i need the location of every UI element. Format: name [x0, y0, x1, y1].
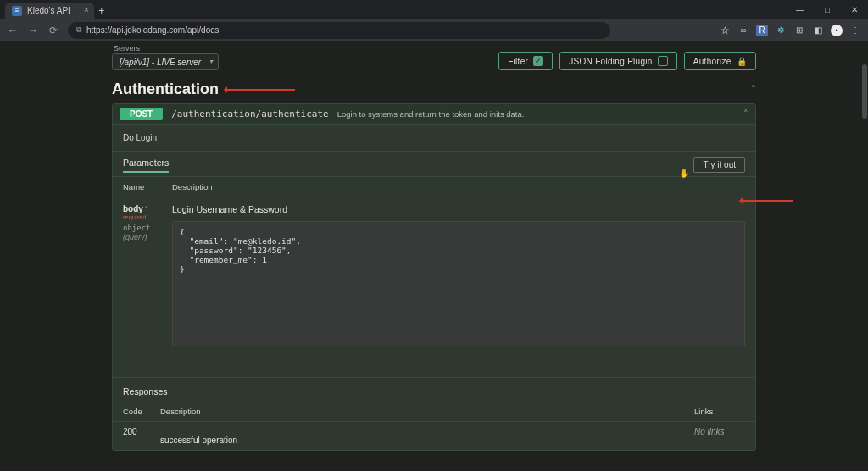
- operation-path: /authentication/authenticate: [171, 108, 328, 119]
- filter-label: Filter: [508, 57, 528, 66]
- server-select[interactable]: [/api/v1] - LIVE server ▾: [112, 53, 219, 70]
- section-collapse-icon[interactable]: ˄: [751, 84, 756, 96]
- param-type: object: [123, 224, 151, 232]
- responses-col-desc: Description: [160, 407, 694, 416]
- try-it-out-label: Try it out: [703, 160, 736, 169]
- chevron-down-icon: ▾: [209, 58, 213, 65]
- server-select-value: [/api/v1] - LIVE server: [120, 58, 201, 67]
- reload-icon[interactable]: ⟳: [47, 25, 59, 36]
- response-links: No links: [694, 427, 745, 445]
- close-tab-icon[interactable]: ×: [84, 5, 89, 14]
- response-desc: successful operation: [160, 427, 694, 445]
- profile-avatar-icon[interactable]: •: [831, 25, 843, 36]
- annotation-arrow-icon: [743, 200, 793, 202]
- param-name: body: [123, 204, 143, 213]
- operation-summary[interactable]: POST /authentication/authenticate Login …: [113, 104, 755, 125]
- responses-col-code: Code: [123, 407, 160, 416]
- back-icon[interactable]: ←: [7, 25, 19, 36]
- operation-collapse-icon[interactable]: ˄: [743, 108, 748, 119]
- json-folding-label: JSON Folding Plugin: [569, 57, 653, 66]
- tab-title: Kledo's API: [27, 6, 70, 15]
- parameters-tab[interactable]: Parameters: [123, 158, 169, 173]
- browser-tab[interactable]: ≡ Kledo's API ×: [5, 3, 94, 19]
- responses-heading: Responses: [113, 377, 755, 402]
- kebab-menu-icon[interactable]: ⋮: [849, 25, 861, 36]
- filter-toggle[interactable]: Filter ✓: [498, 52, 553, 70]
- window-controls: ― □ ✕: [787, 0, 868, 19]
- extensions-puzzle-icon[interactable]: ⊞: [793, 25, 805, 36]
- maximize-icon[interactable]: □: [814, 0, 841, 19]
- servers-label: Servers: [114, 44, 219, 53]
- authorize-label: Authorize: [693, 57, 732, 66]
- json-folding-toggle[interactable]: JSON Folding Plugin: [559, 52, 677, 70]
- extension-react-icon[interactable]: R: [756, 25, 768, 36]
- filter-check-icon: ✓: [533, 56, 543, 66]
- scrollbar-thumb[interactable]: [862, 64, 867, 119]
- section-title[interactable]: Authentication: [112, 80, 219, 98]
- try-it-out-button[interactable]: Try it out ✋: [693, 157, 745, 173]
- minimize-icon[interactable]: ―: [787, 0, 814, 19]
- lock-icon: 🔒: [737, 57, 747, 66]
- http-method-badge: POST: [120, 108, 163, 120]
- param-in: (query): [123, 233, 147, 241]
- column-name: Name: [123, 182, 172, 191]
- bookmark-icon[interactable]: ☆: [719, 25, 731, 36]
- response-code: 200: [123, 427, 160, 445]
- url-text: https://api.jokolodang.com/api/docs: [86, 25, 219, 35]
- cursor-pointer-icon: ✋: [679, 169, 689, 178]
- authorize-button[interactable]: Authorize 🔒: [684, 52, 756, 70]
- close-window-icon[interactable]: ✕: [841, 0, 868, 19]
- forward-icon[interactable]: →: [27, 25, 39, 36]
- param-example-body[interactable]: { "email": "me@kledo.id", "password": "1…: [172, 221, 745, 346]
- column-description: Description: [172, 182, 213, 191]
- new-tab-button[interactable]: +: [94, 3, 109, 19]
- annotation-arrow-icon: [227, 89, 295, 91]
- operation-note: Do Login: [113, 125, 755, 152]
- address-bar: ← → ⟳ ⧉ https://api.jokolodang.com/api/d…: [0, 19, 868, 41]
- operation-summary-text: Login to systems and return the token an…: [337, 109, 525, 119]
- response-row: 200 successful operation No links: [113, 422, 755, 450]
- url-input[interactable]: ⧉ https://api.jokolodang.com/api/docs: [68, 22, 610, 39]
- param-description: Login Username & Password: [172, 204, 745, 214]
- site-info-icon[interactable]: ⧉: [76, 25, 81, 35]
- favicon-icon: ≡: [12, 6, 22, 16]
- operation-block: POST /authentication/authenticate Login …: [112, 103, 756, 451]
- browser-title-bar: ≡ Kledo's API × + ― □ ✕: [0, 0, 868, 19]
- page-viewport: Servers [/api/v1] - LIVE server ▾ Filter…: [0, 41, 868, 471]
- param-name-cell: body* required object (query): [123, 204, 172, 346]
- extension-controller-icon[interactable]: ∞: [737, 25, 749, 36]
- side-panel-icon[interactable]: ◧: [812, 25, 824, 36]
- responses-col-links: Links: [694, 407, 745, 416]
- extension-gear-icon[interactable]: ✲: [775, 25, 787, 36]
- json-folding-check-icon: [658, 56, 668, 66]
